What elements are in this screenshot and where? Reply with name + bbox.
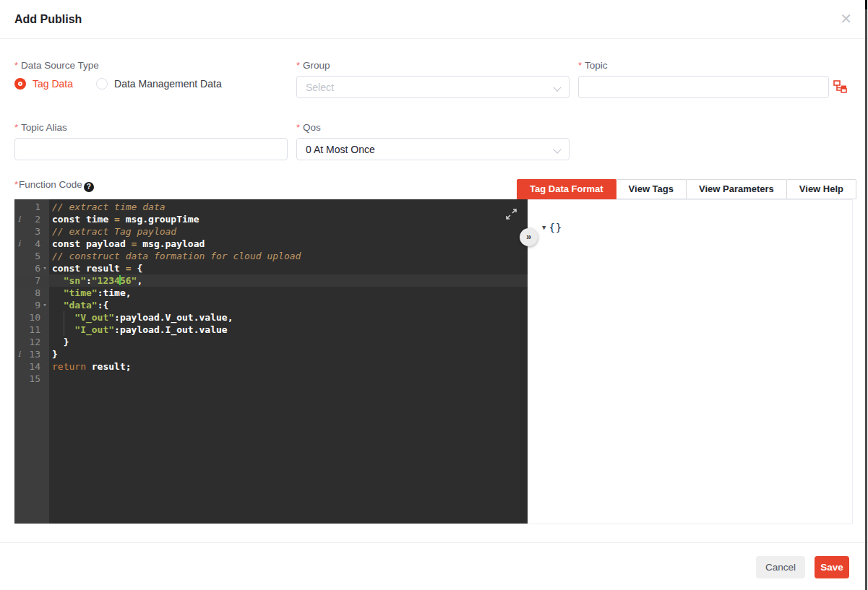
required-asterisk: *	[14, 179, 18, 190]
line-margin	[14, 250, 24, 262]
data-source-type-radio-group: Tag DataData Management Data	[14, 78, 222, 90]
fold-column	[40, 225, 49, 238]
radio-tag-data[interactable]: Tag Data	[14, 78, 73, 90]
line-margin	[14, 311, 24, 324]
code-text: const payload = msg.payload	[49, 238, 205, 250]
line-margin	[14, 225, 24, 238]
qos-select[interactable]: 0 At Most Once	[296, 138, 570, 160]
code-text: "time":time,	[49, 287, 132, 299]
modal-title: Add Publish	[14, 13, 82, 26]
line-number: 12	[24, 336, 40, 348]
code-line-10[interactable]: 10 "V_out":payload.V_out.value,	[14, 311, 528, 324]
line-margin	[14, 299, 24, 311]
fold-column	[40, 324, 49, 336]
help-icon[interactable]: ?	[84, 182, 94, 192]
cancel-button[interactable]: Cancel	[756, 556, 805, 578]
fold-column	[40, 360, 49, 373]
code-text: return result;	[49, 360, 132, 373]
fold-column	[40, 274, 49, 287]
function-code-label: *Function Code?	[14, 179, 94, 192]
fold-column	[40, 348, 49, 360]
line-number: 7	[24, 274, 40, 287]
line-number: 1	[24, 201, 40, 213]
format-tabs: Tag Data FormatView TagsView ParametersV…	[517, 179, 856, 199]
window-scrollbar[interactable]	[865, 0, 867, 590]
topic-alias-input[interactable]	[14, 138, 288, 160]
close-icon[interactable]: ✕	[840, 10, 852, 27]
line-margin	[14, 324, 24, 336]
topic-input[interactable]	[578, 76, 829, 98]
code-text: const time = msg.groupTime	[49, 213, 199, 225]
code-text: // construct data formation for cloud up…	[49, 250, 301, 262]
radio-data-management-data[interactable]: Data Management Data	[96, 78, 222, 90]
chevron-down-icon	[553, 145, 561, 153]
line-number: 13	[24, 348, 40, 360]
fold-arrow-icon[interactable]: ▾	[40, 262, 49, 274]
line-number: 5	[24, 250, 40, 262]
line-margin	[14, 262, 24, 274]
code-line-8[interactable]: 8 "time":time,	[14, 287, 528, 299]
save-button[interactable]: Save	[815, 556, 849, 578]
radio-label: Tag Data	[33, 78, 73, 90]
required-asterisk: *	[578, 60, 582, 71]
code-line-9[interactable]: 9▾ "data":{	[14, 299, 528, 311]
code-text: // extract time data	[49, 201, 166, 213]
code-text: }	[49, 348, 58, 360]
topic-alias-label: *Topic Alias	[14, 122, 67, 133]
code-line-12[interactable]: 12 }	[14, 336, 528, 348]
radio-icon	[96, 78, 108, 90]
code-line-4[interactable]: i4const payload = msg.payload	[14, 238, 528, 250]
footer-divider	[0, 542, 868, 543]
code-text: // extract Tag payload	[49, 225, 176, 238]
code-line-13[interactable]: i13}	[14, 348, 528, 360]
group-select[interactable]: Select	[296, 76, 570, 98]
line-number: 9	[24, 299, 40, 311]
radio-label: Data Management Data	[114, 78, 222, 90]
fullscreen-expand-icon[interactable]	[505, 208, 517, 223]
window-scrollbar-thumb[interactable]	[865, 0, 867, 9]
code-text: "I_out":payload.I_out.value	[49, 324, 228, 336]
code-line-3[interactable]: 3// extract Tag payload	[14, 225, 528, 238]
code-line-1[interactable]: 1// extract time data	[14, 201, 528, 213]
lint-info-icon: i	[14, 348, 24, 360]
add-publish-modal: Add Publish ✕ *Data Source Type *Group *…	[0, 0, 868, 590]
collapse-arrow-icon[interactable]: ▼	[542, 224, 546, 231]
code-line-6[interactable]: 6▾const result = {	[14, 262, 528, 274]
code-line-7[interactable]: 7 "sn":"123456",	[14, 274, 528, 287]
panel-collapse-button[interactable]: »	[520, 228, 538, 246]
code-line-15[interactable]: 15	[14, 373, 528, 385]
code-text: const result = {	[49, 262, 142, 274]
fold-column	[40, 250, 49, 262]
qos-label: *Qos	[296, 122, 321, 133]
tab-view-parameters[interactable]: View Parameters	[686, 179, 787, 199]
radio-icon	[14, 78, 26, 90]
line-margin	[14, 373, 24, 385]
fold-column	[40, 201, 49, 213]
tag-data-format-panel: ▼ {}	[528, 199, 853, 524]
tab-tag-data-format[interactable]: Tag Data Format	[517, 179, 616, 199]
line-number: 15	[24, 373, 40, 385]
code-line-2[interactable]: i2const time = msg.groupTime	[14, 213, 528, 225]
tab-view-help[interactable]: View Help	[786, 179, 856, 199]
line-margin	[14, 336, 24, 348]
json-empty-object: {}	[549, 222, 562, 233]
qos-select-value: 0 At Most Once	[306, 144, 375, 155]
lint-info-icon: i	[14, 213, 24, 225]
code-line-11[interactable]: 11 "I_out":payload.I_out.value	[14, 324, 528, 336]
tab-view-tags[interactable]: View Tags	[616, 179, 687, 199]
code-line-5[interactable]: 5// construct data formation for cloud u…	[14, 250, 528, 262]
data-source-type-label: *Data Source Type	[14, 60, 99, 71]
fold-column	[40, 373, 49, 385]
json-tree-root[interactable]: ▼ {}	[542, 222, 562, 233]
header-divider	[0, 38, 868, 39]
topic-label: *Topic	[578, 60, 608, 71]
required-asterisk: *	[296, 122, 300, 133]
line-number: 2	[24, 213, 40, 225]
tree-select-icon[interactable]	[833, 79, 848, 97]
code-line-14[interactable]: 14return result;	[14, 360, 528, 373]
code-editor[interactable]: 1// extract time datai2const time = msg.…	[14, 199, 528, 524]
group-label: *Group	[296, 60, 330, 71]
line-number: 8	[24, 287, 40, 299]
line-number: 11	[24, 324, 40, 336]
fold-arrow-icon[interactable]: ▾	[40, 299, 49, 311]
